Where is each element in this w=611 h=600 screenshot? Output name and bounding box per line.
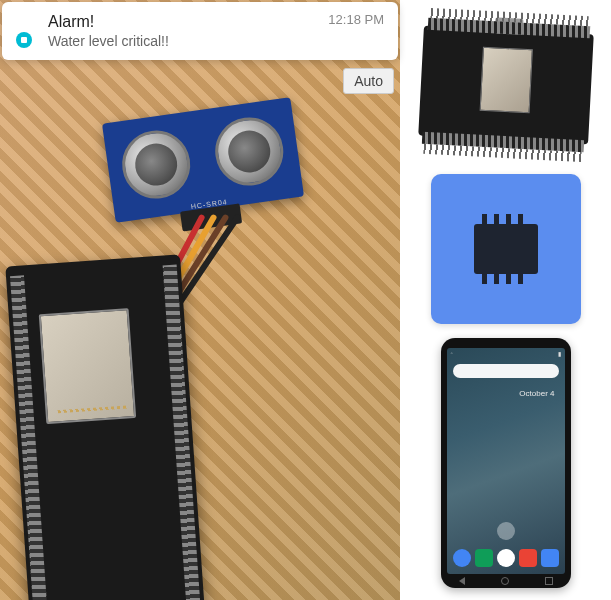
- ultrasonic-sensor: HC-SR04: [102, 97, 304, 222]
- status-left: ◦: [451, 350, 453, 358]
- android-nav-bar: [441, 576, 571, 586]
- board-pcb: [418, 26, 594, 145]
- phone-screen[interactable]: ◦ ▮ October 4: [447, 348, 565, 574]
- notification-time: 12:18 PM: [328, 10, 384, 27]
- sensor-receiver: [211, 113, 288, 190]
- google-search-bar[interactable]: [453, 364, 559, 378]
- phone-date-widget: October 4: [519, 390, 554, 399]
- back-button-icon[interactable]: [459, 577, 465, 585]
- dock-apps-icon[interactable]: [497, 549, 515, 567]
- home-button-icon[interactable]: [501, 577, 509, 585]
- phone-dock: [451, 546, 561, 570]
- phone-statusbar: ◦ ▮: [447, 348, 565, 360]
- alert-icon: [16, 32, 32, 48]
- components-column: ◦ ▮ October 4: [400, 0, 611, 600]
- notification-app-icon: [16, 10, 48, 52]
- esp-shield-icon: [479, 47, 532, 114]
- push-notification[interactable]: Alarm! Water level critical!! 12:18 PM: [2, 2, 398, 60]
- notification-message: Water level critical!!: [48, 32, 328, 50]
- status-right: ▮: [558, 350, 561, 358]
- notification-body: Alarm! Water level critical!!: [48, 12, 328, 49]
- camera-mode-badge[interactable]: Auto: [343, 68, 394, 94]
- chip-icon: [474, 224, 538, 274]
- project-photo: Alarm! Water level critical!! 12:18 PM A…: [0, 0, 400, 600]
- nodemcu-board-photo: [5, 254, 205, 600]
- jumper-wires: [190, 215, 310, 375]
- dock-gmail-icon[interactable]: [519, 549, 537, 567]
- nodemcu-product-image: [411, 10, 601, 160]
- iot-app-icon[interactable]: [431, 174, 581, 324]
- esp8266-module: [39, 308, 136, 424]
- notification-title: Alarm!: [48, 12, 328, 31]
- dock-messages-icon[interactable]: [475, 549, 493, 567]
- sensor-header-pins: [180, 203, 242, 231]
- app-drawer-icon[interactable]: [497, 522, 515, 540]
- dock-chrome-icon[interactable]: [541, 549, 559, 567]
- smartphone-mockup: ◦ ▮ October 4: [441, 338, 571, 588]
- gpio-rail-right: [163, 265, 201, 600]
- dock-phone-icon[interactable]: [453, 549, 471, 567]
- sensor-transmitter: [118, 126, 195, 203]
- collage-canvas: Alarm! Water level critical!! 12:18 PM A…: [0, 0, 611, 600]
- recents-button-icon[interactable]: [545, 577, 553, 585]
